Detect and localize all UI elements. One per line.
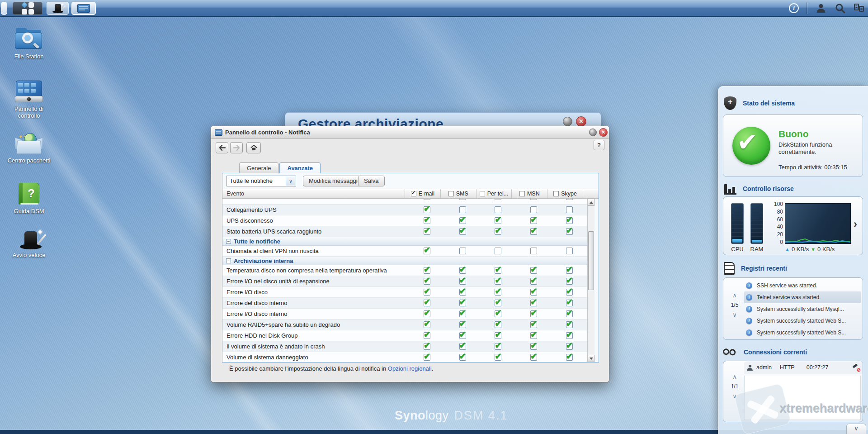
- notify-checkbox[interactable]: [530, 278, 537, 285]
- table-row[interactable]: [222, 199, 587, 205]
- table-row[interactable]: Stato batteria UPS scarica raggiunto: [222, 226, 587, 237]
- pager-down-icon[interactable]: ∨: [732, 312, 737, 318]
- back-button[interactable]: [216, 142, 228, 153]
- channel-select-all-checkbox[interactable]: [411, 191, 416, 196]
- notify-checkbox[interactable]: [495, 267, 501, 274]
- table-row[interactable]: Errore I/O nel disco unità di espansione: [222, 276, 587, 287]
- notify-checkbox[interactable]: [495, 248, 501, 254]
- notify-checkbox[interactable]: [459, 206, 466, 213]
- notify-checkbox[interactable]: [424, 278, 430, 285]
- notify-checkbox[interactable]: [495, 206, 501, 213]
- notify-checkbox[interactable]: [459, 289, 466, 296]
- connection-row[interactable]: admin HTTP 00:27:27: [744, 361, 863, 374]
- notify-checkbox[interactable]: [424, 228, 430, 235]
- notify-checkbox[interactable]: [495, 332, 501, 339]
- collapse-icon[interactable]: −: [226, 258, 231, 263]
- log-entry[interactable]: iTelnet service was started.: [744, 291, 861, 303]
- notify-checkbox[interactable]: [566, 321, 573, 328]
- channel-select-all-checkbox[interactable]: [448, 191, 454, 196]
- table-row[interactable]: Volume RAID5+spare ha subito un degrado: [222, 320, 587, 330]
- notify-checkbox[interactable]: [530, 354, 537, 361]
- channel-column-header[interactable]: Per tel...: [476, 189, 512, 198]
- home-button[interactable]: [246, 142, 261, 153]
- table-row[interactable]: Collegamento UPS: [222, 205, 587, 215]
- panel-collapse-button[interactable]: ∨: [846, 424, 866, 434]
- notify-checkbox[interactable]: [424, 310, 430, 317]
- desktop-icon-package-center[interactable]: ✦✦ Centro pacchetti: [3, 132, 55, 164]
- pager-down-icon[interactable]: ∨: [732, 393, 737, 399]
- table-group-row[interactable]: −Tutte le notifiche: [222, 237, 587, 246]
- table-row[interactable]: Errore HDD nel Disk Group: [222, 330, 587, 341]
- notify-checkbox[interactable]: [566, 248, 573, 254]
- disconnect-icon[interactable]: [852, 364, 860, 371]
- notify-checkbox[interactable]: [566, 206, 573, 213]
- notify-checkbox[interactable]: [459, 248, 466, 254]
- notify-checkbox[interactable]: [530, 300, 537, 306]
- notify-checkbox[interactable]: [566, 199, 573, 200]
- notify-checkbox[interactable]: [566, 228, 573, 235]
- notify-checkbox[interactable]: [459, 217, 466, 224]
- notify-checkbox[interactable]: [566, 332, 573, 339]
- notify-checkbox[interactable]: [566, 354, 573, 361]
- minimize-button[interactable]: [589, 129, 597, 136]
- notify-checkbox[interactable]: [530, 310, 537, 317]
- notify-checkbox[interactable]: [459, 354, 466, 361]
- notify-checkbox[interactable]: [495, 321, 501, 328]
- table-row[interactable]: Il volume di sistema è andato in crash: [222, 341, 587, 352]
- notify-checkbox[interactable]: [459, 199, 466, 200]
- notify-checkbox[interactable]: [495, 278, 501, 285]
- channel-column-header[interactable]: E-mail: [405, 189, 441, 198]
- notify-checkbox[interactable]: [530, 217, 537, 224]
- notify-checkbox[interactable]: [495, 289, 501, 296]
- chevron-right-icon[interactable]: ›: [854, 219, 857, 229]
- user-icon[interactable]: [816, 3, 826, 14]
- notify-checkbox[interactable]: [424, 343, 430, 350]
- notify-checkbox[interactable]: [459, 321, 466, 328]
- log-entry[interactable]: iSystem successfully started Mysql...: [744, 303, 861, 315]
- notify-checkbox[interactable]: [495, 310, 501, 317]
- desktop-icon-quick-start[interactable]: ✦ Avvio veloce: [3, 229, 55, 259]
- notify-checkbox[interactable]: [424, 321, 430, 328]
- notify-checkbox[interactable]: [424, 354, 430, 361]
- notify-checkbox[interactable]: [530, 321, 537, 328]
- notify-checkbox[interactable]: [495, 300, 501, 306]
- table-row[interactable]: UPS disconnesso: [222, 215, 587, 226]
- table-row[interactable]: Errore I/O disco: [222, 287, 587, 298]
- notify-checkbox[interactable]: [530, 248, 537, 254]
- table-row[interactable]: Temperatura disco non compresa nella tem…: [222, 265, 587, 276]
- notify-checkbox[interactable]: [424, 300, 430, 306]
- forward-button-disabled[interactable]: [230, 142, 243, 153]
- log-entry[interactable]: iSystem successfully started Web S...: [744, 327, 861, 339]
- desktop-icon-control-panel[interactable]: Pannello di controllo: [3, 81, 55, 119]
- notify-checkbox[interactable]: [424, 206, 430, 213]
- notify-checkbox[interactable]: [530, 199, 537, 200]
- channel-select-all-checkbox[interactable]: [553, 191, 559, 196]
- notify-checkbox[interactable]: [566, 310, 573, 317]
- info-icon[interactable]: i: [789, 3, 799, 13]
- notify-checkbox[interactable]: [459, 267, 466, 274]
- notify-checkbox[interactable]: [566, 267, 573, 274]
- notify-checkbox[interactable]: [459, 300, 466, 306]
- channel-select-all-checkbox[interactable]: [480, 191, 485, 196]
- notify-checkbox[interactable]: [424, 217, 430, 224]
- log-entry[interactable]: iSSH service was started.: [744, 280, 861, 291]
- notify-checkbox[interactable]: [530, 289, 537, 296]
- channel-column-header[interactable]: Skype: [547, 189, 583, 198]
- taskbar-window-storage-manager[interactable]: [71, 2, 96, 15]
- notify-checkbox[interactable]: [566, 289, 573, 296]
- notify-checkbox[interactable]: [566, 300, 573, 306]
- notify-checkbox[interactable]: [459, 310, 466, 317]
- show-desktop-button[interactable]: [1, 2, 7, 15]
- scroll-down-button[interactable]: [588, 355, 594, 362]
- edit-message-button[interactable]: Modifica messaggio: [303, 176, 367, 186]
- notify-checkbox[interactable]: [424, 199, 430, 200]
- table-row[interactable]: Errore del disco interno: [222, 298, 587, 309]
- pager-up-icon[interactable]: ∧: [732, 374, 737, 380]
- quick-launch-button[interactable]: ✦: [47, 2, 69, 15]
- dialog-titlebar[interactable]: Pannello di controllo - Notifica: [211, 126, 609, 139]
- notify-checkbox[interactable]: [424, 248, 430, 254]
- channel-select-all-checkbox[interactable]: [519, 191, 525, 196]
- minimize-button[interactable]: [563, 117, 572, 126]
- table-row[interactable]: Errore I/O disco interno: [222, 309, 587, 320]
- vertical-scrollbar[interactable]: [587, 199, 594, 362]
